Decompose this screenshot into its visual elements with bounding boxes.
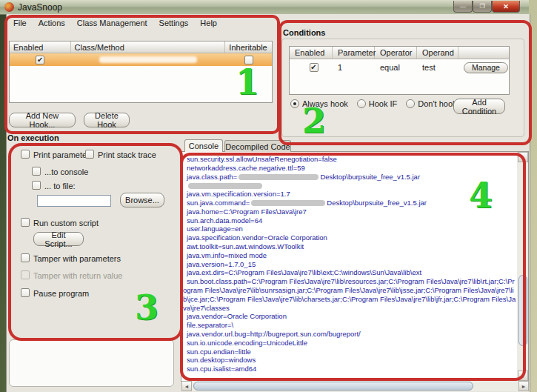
app-icon xyxy=(4,2,14,12)
scroll-up-button[interactable]: ▲ xyxy=(518,152,528,162)
console-line: sun.arch.data.model=64 xyxy=(183,216,516,225)
scroll-left-icon: ◄ xyxy=(184,384,190,389)
console-line: sun.java.command=Desktop\burpsuite_free_… xyxy=(183,199,516,207)
redacted-text xyxy=(251,200,325,206)
redacted-text xyxy=(239,174,318,180)
console-line: awt.toolkit=sun.awt.windows.WToolkit xyxy=(183,242,516,251)
delete-hook-button[interactable]: Delete Hook xyxy=(84,113,130,127)
run-custom-script-checkbox[interactable] xyxy=(21,218,30,227)
console-line: java.version=1.7.0_15 xyxy=(183,260,516,269)
title-bar[interactable]: JavaSnoop — ❐ ✕ xyxy=(0,0,529,15)
scroll-down-icon: ▼ xyxy=(521,373,526,379)
console-line: sun.cpu.isalist=amd64 xyxy=(183,365,516,373)
console-line: networkaddress.cache.negative.ttl=59 xyxy=(183,164,516,173)
vertical-scroll-thumb[interactable] xyxy=(518,275,527,346)
redacted-text xyxy=(188,183,262,189)
menu-bar: FileActionsClass ManagementSettingsHelp xyxy=(7,16,223,29)
on-execution-panel: Print parameters Print stack trace ...to… xyxy=(9,142,178,337)
close-icon: ✕ xyxy=(503,3,509,10)
console-line: sun.boot.class.path=C:\Program Files\Jav… xyxy=(183,277,516,312)
hook-inheritable-cell xyxy=(225,56,272,64)
menu-item-settings[interactable]: Settings xyxy=(153,18,195,28)
condition-operator-cell: equal xyxy=(375,59,417,76)
hook-inheritable-checkbox[interactable] xyxy=(244,56,253,64)
menu-item-actions[interactable]: Actions xyxy=(33,18,71,28)
tamper-parameters-checkbox[interactable] xyxy=(21,253,30,262)
hooks-column-header: Enabled xyxy=(10,41,71,53)
conditions-column-header: Operator xyxy=(375,47,417,59)
horizontal-scroll-thumb[interactable] xyxy=(193,382,473,391)
horizontal-scrollbar[interactable]: ◄ ► xyxy=(181,381,529,391)
vertical-scrollbar[interactable]: ▲ ▼ xyxy=(518,152,528,381)
condition-enabled-checkbox[interactable]: ✔ xyxy=(310,63,318,72)
console-line: sun.security.ssl.allowUnsafeRenegotiatio… xyxy=(183,155,516,164)
tamper-return-value-checkbox xyxy=(21,270,30,279)
console-line: java.specification.vendor=Oracle Corpora… xyxy=(183,233,516,242)
menu-item-class-management[interactable]: Class Management xyxy=(71,18,153,28)
window-title: JavaSnoop xyxy=(18,2,62,13)
print-stack-trace-label: Print stack trace xyxy=(98,150,156,159)
tab-console[interactable]: Console xyxy=(184,139,223,152)
minimize-icon: — xyxy=(460,3,466,10)
on-execution-title: On execution xyxy=(7,133,59,142)
minimize-button[interactable]: — xyxy=(453,1,473,13)
condition-operand-cell: test xyxy=(417,59,458,76)
hook-enabled-checkbox[interactable]: ✔ xyxy=(36,56,44,64)
close-button[interactable]: ✕ xyxy=(492,1,520,13)
empty-bottom-panel xyxy=(9,339,174,387)
conditions-title: Conditions xyxy=(283,28,325,37)
scroll-right-icon: ► xyxy=(521,384,527,389)
scroll-right-button[interactable]: ► xyxy=(518,381,529,391)
edit-script-button[interactable]: Edit Script... xyxy=(33,232,84,246)
pause-program-checkbox[interactable] xyxy=(21,288,30,297)
maximize-button[interactable]: ❐ xyxy=(473,1,492,13)
pause-program-label: Pause program xyxy=(33,289,89,298)
console-line: java.vm.specification.version=1.7 xyxy=(183,190,516,199)
to-file-checkbox[interactable] xyxy=(32,181,41,190)
hooks-table-header: EnabledClass/MethodInheritable xyxy=(10,41,272,53)
radio-always-hook[interactable]: Always hook xyxy=(290,99,348,108)
conditions-column-header: Enabled xyxy=(290,47,333,59)
radio-button-icon xyxy=(357,99,366,108)
hook-class-method-cell xyxy=(71,56,226,63)
conditions-column-header xyxy=(458,47,509,59)
browse-button[interactable]: Browse... xyxy=(120,193,164,207)
console-line: java.vendor=Oracle Corporation xyxy=(183,312,516,321)
to-console-label: ...to console xyxy=(44,167,88,176)
radio-button-icon xyxy=(406,99,415,108)
hook-table-row[interactable]: ✔ xyxy=(10,53,272,66)
condition-row[interactable]: ✔1equaltestManage xyxy=(290,59,509,76)
window-controls: — ❐ ✕ xyxy=(453,1,520,13)
manage-button[interactable]: Manage xyxy=(464,62,508,73)
conditions-table[interactable]: EnabledParameterOperatorOperand ✔1equalt… xyxy=(289,46,510,95)
print-parameters-checkbox[interactable] xyxy=(21,150,30,159)
console-line: java.vm.info=mixed mode xyxy=(183,251,516,260)
conditions-table-header: EnabledParameterOperatorOperand xyxy=(290,47,509,59)
scroll-down-button[interactable]: ▼ xyxy=(518,371,528,381)
condition-parameter-cell: 1 xyxy=(333,59,375,76)
conditions-column-header: Operand xyxy=(417,47,458,59)
scroll-up-icon: ▲ xyxy=(521,155,526,160)
hooks-table[interactable]: EnabledClass/MethodInheritable ✔ xyxy=(9,41,273,103)
to-file-label: ... to file: xyxy=(44,182,76,190)
add-condition-button[interactable]: Add Condition xyxy=(453,99,505,114)
hooks-column-header: Class/Method xyxy=(71,41,226,53)
console-line: java.class.path=Desktop\burpsuite_free_v… xyxy=(183,173,516,182)
console-line xyxy=(183,181,516,190)
console-output[interactable]: sun.security.ssl.allowUnsafeRenegotiatio… xyxy=(181,152,517,381)
to-console-checkbox[interactable] xyxy=(32,167,41,176)
tab-decompiled-code[interactable]: Decompiled Code xyxy=(224,140,291,152)
menu-item-file[interactable]: File xyxy=(7,18,33,28)
add-new-hook-button[interactable]: Add New Hook... xyxy=(9,113,76,127)
radio-hook-if[interactable]: Hook IF xyxy=(357,99,398,108)
radio-button-icon xyxy=(290,99,299,108)
condition-enabled-cell: ✔ xyxy=(290,59,333,76)
tamper-return-value-label: Tamper with return value xyxy=(33,271,122,280)
console-line: java.home=C:\Program Files\Java\jre7 xyxy=(183,207,516,216)
file-path-input[interactable] xyxy=(37,195,111,207)
menu-item-help[interactable]: Help xyxy=(194,18,223,28)
radio-label: Always hook xyxy=(302,99,348,108)
scroll-left-button[interactable]: ◄ xyxy=(181,381,192,391)
redacted-class-method xyxy=(99,56,197,63)
print-stack-trace-checkbox[interactable] xyxy=(85,150,94,159)
